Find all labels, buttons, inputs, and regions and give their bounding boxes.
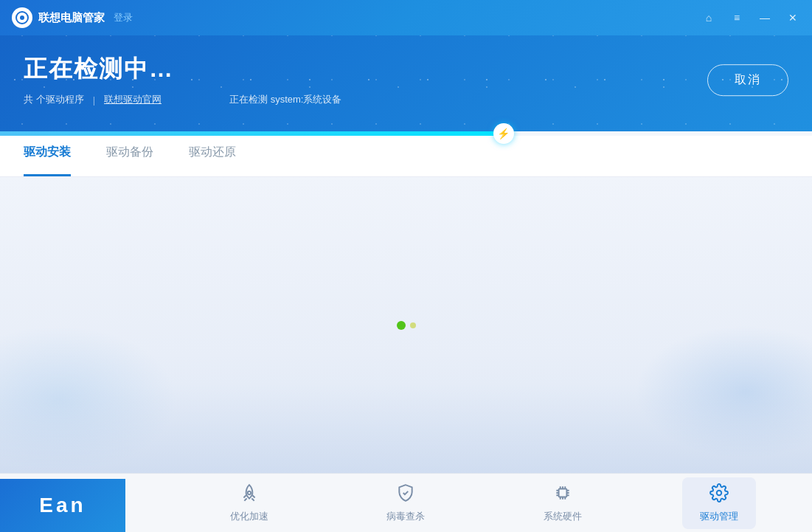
menu-window-icon[interactable]: ≡: [729, 10, 744, 25]
loading-indicator: [397, 321, 416, 330]
partial-text: Ean: [39, 494, 86, 517]
scan-info-prefix: 共 个驱动程序: [24, 93, 84, 106]
tab-driver-backup[interactable]: 驱动备份: [106, 136, 153, 176]
loading-dot-green: [397, 321, 406, 330]
nav-driver-label: 驱动管理: [700, 510, 738, 523]
cancel-button[interactable]: 取消: [707, 64, 788, 96]
scan-divider: |: [93, 94, 95, 106]
svg-point-3: [717, 490, 722, 495]
nav-optimize-label: 优化加速: [230, 510, 268, 523]
svg-point-1: [248, 491, 251, 494]
nav-item-virus[interactable]: 病毒查杀: [369, 477, 443, 529]
app-name: 联想电脑管家: [38, 11, 105, 25]
rocket-icon: [240, 483, 259, 507]
main-content: [0, 177, 812, 473]
scan-info-link[interactable]: 联想驱动官网: [104, 93, 162, 106]
login-button[interactable]: 登录: [114, 11, 133, 24]
tab-driver-restore[interactable]: 驱动还原: [189, 136, 236, 176]
scan-header: 正在检测中… 共 个驱动程序 | 联想驱动官网 正在检测 system:系统设备…: [0, 35, 812, 131]
tabs-bar: 驱动安装 驱动备份 驱动还原: [0, 136, 812, 177]
loading-dot-yellow: [410, 322, 416, 328]
progress-bar-fill: ⚡: [0, 131, 504, 136]
close-window-icon[interactable]: ✕: [785, 10, 800, 25]
nav-hardware-label: 系统硬件: [544, 510, 582, 523]
nav-item-hardware[interactable]: 系统硬件: [526, 477, 600, 529]
nav-item-driver[interactable]: 驱动管理: [682, 477, 756, 529]
shield-icon: [396, 483, 415, 507]
svg-rect-2: [558, 488, 566, 497]
scan-title: 正在检测中…: [24, 53, 788, 86]
window-controls: ⌂ ≡ — ✕: [701, 10, 800, 25]
tab-driver-install[interactable]: 驱动安装: [24, 136, 71, 176]
titlebar: 联想电脑管家 登录 ⌂ ≡ — ✕: [0, 0, 812, 35]
wave-decoration-left: [0, 325, 177, 473]
nav-item-optimize[interactable]: 优化加速: [212, 477, 286, 529]
nav-virus-label: 病毒查杀: [386, 510, 425, 523]
chip-icon: [553, 483, 572, 507]
scan-status: 正在检测 system:系统设备: [229, 93, 341, 106]
wave-decoration-right: [635, 325, 812, 458]
gear-icon: [709, 483, 729, 507]
bottom-partial-overlay: Ean: [0, 479, 125, 532]
app-logo: [12, 7, 32, 28]
minimize-window-icon[interactable]: —: [757, 10, 772, 25]
home-window-icon[interactable]: ⌂: [701, 10, 716, 25]
progress-bolt-icon: ⚡: [493, 123, 514, 144]
scan-subtitle: 共 个驱动程序 | 联想驱动官网 正在检测 system:系统设备: [24, 93, 788, 106]
